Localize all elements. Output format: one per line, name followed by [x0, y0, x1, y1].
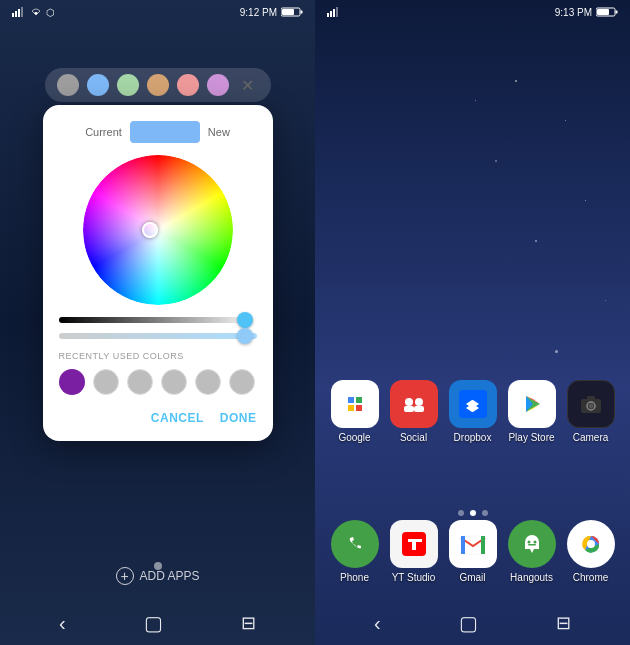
- right-back-button[interactable]: ‹: [374, 612, 381, 635]
- svg-rect-7: [301, 11, 303, 14]
- app-hangouts[interactable]: Hangouts: [505, 520, 559, 583]
- svg-rect-9: [330, 11, 332, 17]
- left-panel: ⬡ 9:12 PM ✕ Current New: [0, 0, 315, 645]
- color-swatches-row: ✕: [45, 68, 271, 102]
- social-icon: [390, 380, 438, 428]
- battery-icon: [281, 7, 303, 17]
- app-ytstudio[interactable]: YT Studio: [387, 520, 441, 583]
- right-panel: 9:13 PM Goo: [315, 0, 630, 645]
- add-apps-label: ADD APPS: [139, 569, 199, 583]
- recent-colors-row: [59, 369, 257, 395]
- recently-used-section: RECENTLY USED COLORS: [59, 351, 257, 395]
- right-recents-button[interactable]: ⊟: [556, 612, 571, 634]
- back-button[interactable]: ‹: [59, 612, 66, 635]
- playstore-label: Play Store: [508, 432, 554, 443]
- ytstudio-label: YT Studio: [392, 572, 436, 583]
- app-google[interactable]: Google: [328, 380, 382, 443]
- app-gmail[interactable]: Gmail: [446, 520, 500, 583]
- svg-rect-1: [15, 11, 17, 17]
- svg-rect-10: [333, 9, 335, 17]
- svg-rect-49: [528, 544, 536, 546]
- opacity-slider-thumb[interactable]: [237, 328, 253, 344]
- left-bottom-nav: ‹ ▢ ⊟: [0, 611, 315, 635]
- brightness-slider-container: [59, 317, 257, 339]
- wifi-icon: [30, 7, 42, 17]
- app-grid-row1: Google Social: [315, 380, 630, 443]
- app-dropbox[interactable]: Dropbox: [446, 380, 500, 443]
- signal-icon: [12, 7, 26, 17]
- svg-rect-2: [18, 9, 20, 17]
- swatch-purple[interactable]: [207, 74, 229, 96]
- right-home-button[interactable]: ▢: [459, 611, 478, 635]
- svg-point-18: [415, 398, 423, 406]
- recent-color-2[interactable]: [127, 369, 153, 395]
- svg-rect-14: [616, 11, 618, 14]
- opacity-slider-track[interactable]: [59, 333, 257, 339]
- home-button[interactable]: ▢: [144, 611, 163, 635]
- page-dot-1: [458, 510, 464, 516]
- svg-rect-20: [414, 406, 424, 412]
- recents-button[interactable]: ⊟: [241, 612, 256, 634]
- recent-color-1[interactable]: [93, 369, 119, 395]
- svg-point-48: [533, 541, 536, 544]
- recent-color-5[interactable]: [229, 369, 255, 395]
- svg-rect-19: [404, 406, 414, 412]
- app-row-1: Google Social: [315, 380, 630, 443]
- svg-rect-6: [282, 9, 294, 15]
- app-playstore[interactable]: Play Store: [505, 380, 559, 443]
- status-left: ⬡: [12, 7, 56, 17]
- page-dots: [458, 510, 488, 516]
- swatch-tan[interactable]: [147, 74, 169, 96]
- recent-color-3[interactable]: [161, 369, 187, 395]
- dropbox-label: Dropbox: [454, 432, 492, 443]
- add-circle-icon: +: [115, 567, 133, 585]
- color-wheel-container[interactable]: [59, 155, 257, 305]
- svg-point-36: [341, 530, 369, 558]
- swatch-green[interactable]: [117, 74, 139, 96]
- hangouts-icon: [508, 520, 556, 568]
- svg-point-52: [587, 540, 595, 548]
- right-bottom-nav: ‹ ▢ ⊟: [315, 611, 630, 635]
- gmail-label: Gmail: [459, 572, 485, 583]
- google-label: Google: [338, 432, 370, 443]
- phone-label: Phone: [340, 572, 369, 583]
- svg-rect-16: [400, 390, 428, 418]
- right-status-right: 9:13 PM: [555, 7, 618, 18]
- app-chrome[interactable]: Chrome: [564, 520, 618, 583]
- done-button[interactable]: DONE: [220, 411, 257, 425]
- status-right: 9:12 PM: [240, 7, 303, 18]
- svg-rect-11: [336, 7, 338, 17]
- current-label: Current: [85, 126, 122, 138]
- new-label: New: [208, 126, 230, 138]
- dropbox-icon: [449, 380, 497, 428]
- bluetooth-icon: ⬡: [46, 7, 56, 17]
- brightness-slider-track[interactable]: [59, 317, 257, 323]
- close-button[interactable]: ✕: [237, 74, 259, 96]
- right-status-left: [327, 7, 339, 17]
- app-phone[interactable]: Phone: [328, 520, 382, 583]
- swatch-gray[interactable]: [57, 74, 79, 96]
- app-camera[interactable]: Camera: [564, 380, 618, 443]
- current-new-row: Current New: [59, 121, 257, 143]
- ytstudio-icon: [390, 520, 438, 568]
- recent-color-4[interactable]: [195, 369, 221, 395]
- picker-actions: CANCEL DONE: [59, 411, 257, 425]
- app-social[interactable]: Social: [387, 380, 441, 443]
- left-time: 9:12 PM: [240, 7, 277, 18]
- recent-color-purple[interactable]: [59, 369, 85, 395]
- color-wheel[interactable]: [83, 155, 233, 305]
- svg-rect-8: [327, 13, 329, 17]
- color-picker-popup: Current New RECENTLY USED COLORS: [43, 105, 273, 441]
- color-preview-bar: [130, 121, 200, 143]
- recently-used-label: RECENTLY USED COLORS: [59, 351, 257, 361]
- svg-rect-35: [587, 396, 595, 400]
- app-grid-row2: Phone YT Studio: [315, 520, 630, 583]
- swatch-blue[interactable]: [87, 74, 109, 96]
- social-label: Social: [400, 432, 427, 443]
- svg-point-17: [405, 398, 413, 406]
- brightness-slider-thumb[interactable]: [237, 312, 253, 328]
- svg-rect-15: [341, 390, 369, 418]
- cancel-button[interactable]: CANCEL: [151, 411, 204, 425]
- page-dot-indicator: [154, 562, 162, 570]
- swatch-pink[interactable]: [177, 74, 199, 96]
